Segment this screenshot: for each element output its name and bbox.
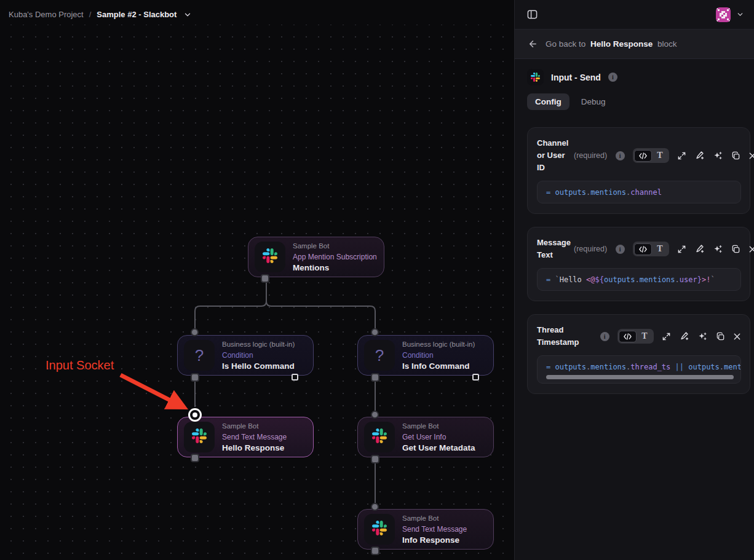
block-title: Input - Send	[551, 73, 601, 82]
ai-sparkles-icon[interactable]	[697, 331, 707, 341]
user-avatar[interactable]	[716, 7, 731, 22]
node-name: Is Info Command	[402, 361, 475, 372]
text-mode-button[interactable]: T	[637, 330, 652, 342]
clear-format-brush-icon[interactable]	[680, 331, 689, 341]
question-mark-icon: ?	[195, 346, 204, 365]
breadcrumb: Kuba's Demo Project / Sample #2 - Slackb…	[9, 10, 192, 19]
account-chevron-down-icon[interactable]	[736, 10, 744, 18]
copy-icon[interactable]	[731, 245, 740, 254]
output-socket-info-response[interactable]	[371, 546, 379, 555]
input-mode-toggle[interactable]: T	[633, 148, 669, 163]
go-back-prefix: Go back to	[546, 39, 585, 49]
ai-sparkles-icon[interactable]	[713, 151, 723, 160]
workflow-canvas[interactable]: Kuba's Demo Project / Sample #2 - Slackb…	[0, 0, 514, 560]
node-is-hello-command[interactable]: ? Business logic (built-in) Condition Is…	[177, 335, 314, 376]
slack-icon	[372, 521, 387, 538]
code-mode-icon[interactable]	[619, 331, 637, 342]
output-socket-mentions[interactable]	[261, 274, 269, 283]
arrow-left-icon	[527, 39, 538, 49]
output-socket-hello-response[interactable]	[191, 454, 199, 462]
node-name: Hello Response	[222, 443, 287, 454]
config-fields: Channel or User ID (required) i T = outp…	[515, 110, 754, 394]
input-socket-is-hello[interactable]	[191, 328, 199, 336]
expand-icon[interactable]	[677, 151, 686, 160]
go-back-button[interactable]: Go back to Hello Response block	[515, 30, 754, 59]
input-socket-hello-response-highlighted[interactable]	[188, 408, 202, 422]
field-card-thread-timestamp: Thread Timestamp i T = outputs.mentions.…	[527, 314, 750, 394]
output-socket-is-info-false[interactable]	[472, 374, 479, 381]
field-card-channel-or-user-id: Channel or User ID (required) i T = outp…	[527, 127, 750, 214]
clear-format-brush-icon[interactable]	[695, 151, 705, 160]
required-label: (required)	[574, 245, 607, 253]
annotation-label: Input Socket	[46, 358, 114, 373]
field-label: Thread Timestamp	[537, 324, 574, 349]
output-socket-is-hello-false[interactable]	[292, 374, 298, 381]
config-panel: Go back to Hello Response block Input - …	[514, 0, 754, 560]
slack-icon	[527, 69, 544, 85]
question-mark-icon: ?	[375, 346, 384, 365]
dot-grid	[0, 25, 514, 560]
slack-icon	[372, 428, 387, 446]
expand-icon[interactable]	[677, 245, 686, 254]
code-input-message-text[interactable]: = `Hello <@${outputs.mentions.user}>!`	[537, 268, 741, 291]
output-socket-is-hello-true[interactable]	[191, 373, 199, 382]
panel-toggle-icon[interactable]	[527, 9, 538, 20]
node-is-info-command[interactable]: ? Business logic (built-in) Condition Is…	[357, 335, 494, 376]
node-icon-box	[255, 242, 285, 272]
horizontal-scrollbar[interactable]	[546, 375, 734, 379]
go-back-suffix: block	[657, 39, 677, 49]
code-input-thread-timestamp[interactable]: = outputs.mentions.thread_ts || outputs.…	[537, 355, 741, 384]
field-label: Channel or User ID	[537, 137, 574, 174]
output-socket-get-user-metadata[interactable]	[371, 455, 379, 463]
node-get-user-metadata[interactable]: Sample Bot Get User Info Get User Metada…	[357, 417, 494, 457]
info-icon[interactable]: i	[616, 151, 625, 160]
ai-sparkles-icon[interactable]	[713, 244, 723, 254]
panel-topbar	[515, 0, 754, 30]
code-input-channel-or-user-id[interactable]: = outputs.mentions.channel	[537, 181, 741, 203]
output-socket-is-info-true[interactable]	[371, 373, 379, 382]
close-icon[interactable]	[748, 152, 754, 160]
node-name: Is Hello Command	[222, 361, 295, 372]
breadcrumb-project[interactable]: Kuba's Demo Project	[9, 10, 84, 19]
node-mentions[interactable]: Sample Bot App Mention Subscription Ment…	[248, 237, 384, 277]
input-socket-is-info[interactable]	[371, 328, 379, 336]
node-app-title: Sample Bot	[222, 420, 287, 432]
info-icon[interactable]: i	[616, 245, 625, 254]
node-hello-response[interactable]: Sample Bot Send Text Message Hello Respo…	[177, 417, 314, 457]
code-mode-icon[interactable]	[634, 150, 652, 162]
code-mode-icon[interactable]	[634, 243, 652, 255]
node-info-response[interactable]: Sample Bot Send Text Message Info Respon…	[357, 509, 494, 550]
node-action-type: Condition	[402, 350, 475, 361]
copy-icon[interactable]	[731, 151, 740, 160]
field-card-message-text: Message Text (required) i T = `Hello <@$…	[527, 227, 750, 301]
input-mode-toggle[interactable]: T	[617, 329, 653, 344]
close-icon[interactable]	[748, 245, 754, 253]
go-back-target: Hello Response	[588, 39, 655, 49]
text-mode-button[interactable]: T	[652, 149, 667, 162]
input-socket-info-response[interactable]	[371, 503, 379, 511]
node-action-type: Get User Info	[402, 432, 475, 443]
node-name: Get User Metadata	[402, 443, 475, 454]
expand-icon[interactable]	[662, 332, 671, 341]
slack-icon	[192, 428, 207, 446]
tab-debug[interactable]: Debug	[573, 93, 614, 110]
input-socket-get-user-metadata[interactable]	[371, 411, 379, 419]
block-header: Input - Send i	[515, 59, 754, 85]
close-icon[interactable]	[733, 333, 741, 341]
node-icon-box	[364, 514, 395, 545]
breadcrumb-workflow[interactable]: Sample #2 - Slackbot	[97, 10, 177, 19]
workflow-chevron-down-icon[interactable]	[183, 10, 192, 19]
clear-format-brush-icon[interactable]	[695, 244, 705, 254]
info-icon[interactable]: i	[600, 332, 609, 341]
node-icon-box: ?	[184, 340, 215, 371]
node-action-type: Send Text Message	[402, 524, 467, 535]
input-mode-toggle[interactable]: T	[633, 242, 669, 256]
text-mode-button[interactable]: T	[652, 243, 667, 255]
node-icon-box	[364, 422, 395, 452]
copy-icon[interactable]	[716, 332, 725, 341]
required-label: (required)	[574, 151, 607, 160]
info-icon[interactable]: i	[608, 73, 617, 82]
node-icon-box: ?	[364, 340, 395, 371]
tab-config[interactable]: Config	[527, 93, 569, 110]
node-action-type: Send Text Message	[222, 432, 287, 443]
